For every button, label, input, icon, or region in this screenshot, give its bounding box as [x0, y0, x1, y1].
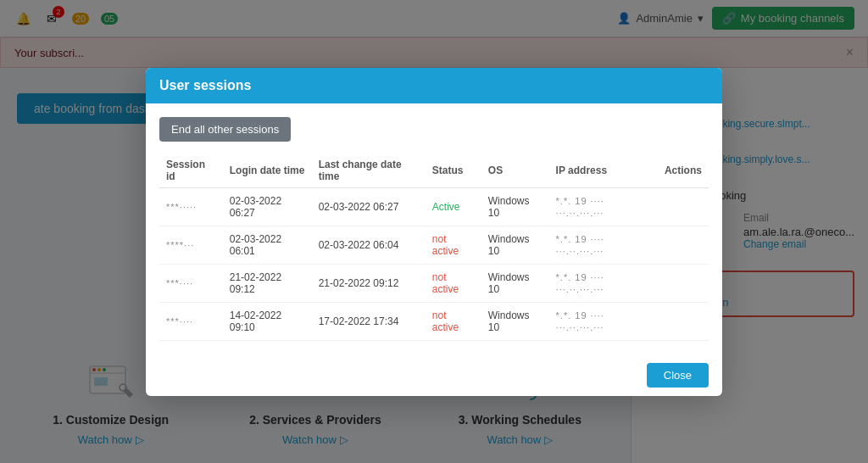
end-sessions-button[interactable]: End all other sessions — [159, 117, 291, 142]
cell-status: not active — [426, 302, 481, 340]
cell-actions — [658, 226, 709, 264]
table-row: ***···· 14-02-2022 09:10 17-02-2022 17:3… — [159, 302, 709, 340]
cell-login-date: 14-02-2022 09:10 — [223, 302, 312, 340]
modal-footer: Close — [146, 354, 722, 396]
cell-ip: *.*. 19 ···· ···.··.···.··· — [549, 302, 658, 340]
col-session-id: Session id — [159, 153, 223, 188]
cell-ip: *.*. 19 ···· ···.··.···.··· — [549, 187, 658, 226]
cell-login-date: 21-02-2022 09:12 — [223, 264, 312, 302]
cell-os: Windows 10 — [481, 264, 549, 302]
col-last-change: Last change date time — [312, 153, 426, 188]
table-row: ***····· 02-03-2022 06:27 02-03-2022 06:… — [159, 187, 709, 226]
table-header-row: Session id Login date time Last change d… — [159, 153, 709, 188]
cell-session-id: ***···· — [159, 302, 223, 340]
table-row: ***···· 21-02-2022 09:12 21-02-2022 09:1… — [159, 264, 709, 302]
col-actions: Actions — [658, 153, 709, 188]
cell-last-change: 02-03-2022 06:04 — [312, 226, 426, 264]
col-ip: IP address — [549, 153, 658, 188]
cell-actions — [658, 302, 709, 340]
user-sessions-modal: User sessions End all other sessions Ses… — [146, 68, 722, 396]
modal-body: End all other sessions Session id Login … — [146, 103, 722, 354]
modal-header: User sessions — [146, 68, 722, 103]
cell-login-date: 02-03-2022 06:01 — [223, 226, 312, 264]
cell-actions — [658, 264, 709, 302]
col-login-date: Login date time — [223, 153, 312, 188]
cell-ip: *.*. 19 ···· ···.··.···.··· — [549, 264, 658, 302]
cell-ip: *.*. 19 ···· ···.··.···.··· — [549, 226, 658, 264]
modal-title: User sessions — [159, 78, 252, 92]
cell-login-date: 02-03-2022 06:27 — [223, 187, 312, 226]
cell-actions — [658, 187, 709, 226]
cell-session-id: ***····· — [159, 187, 223, 226]
cell-session-id: ****··· — [159, 226, 223, 264]
cell-os: Windows 10 — [481, 226, 549, 264]
cell-last-change: 02-03-2022 06:27 — [312, 187, 426, 226]
sessions-table: Session id Login date time Last change d… — [159, 153, 709, 341]
close-modal-button[interactable]: Close — [647, 363, 709, 388]
cell-last-change: 21-02-2022 09:12 — [312, 264, 426, 302]
cell-os: Windows 10 — [481, 187, 549, 226]
cell-os: Windows 10 — [481, 302, 549, 340]
cell-status: not active — [426, 226, 481, 264]
cell-last-change: 17-02-2022 17:34 — [312, 302, 426, 340]
col-os: OS — [481, 153, 549, 188]
cell-status: not active — [426, 264, 481, 302]
cell-session-id: ***···· — [159, 264, 223, 302]
table-row: ****··· 02-03-2022 06:01 02-03-2022 06:0… — [159, 226, 709, 264]
modal-overlay[interactable]: User sessions End all other sessions Ses… — [0, 0, 868, 463]
col-status: Status — [426, 153, 481, 188]
cell-status: Active — [426, 187, 481, 226]
